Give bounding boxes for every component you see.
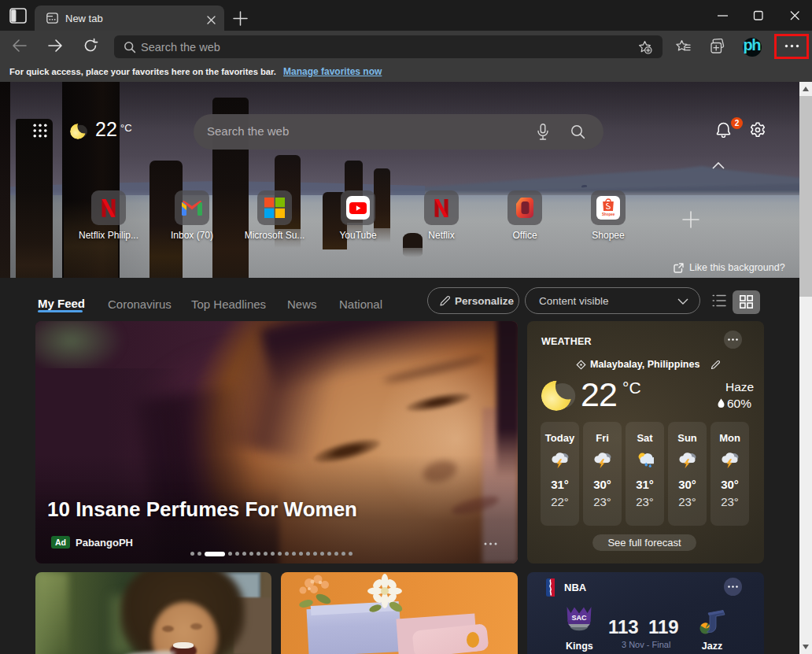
svg-text:SAC: SAC [571, 614, 587, 622]
